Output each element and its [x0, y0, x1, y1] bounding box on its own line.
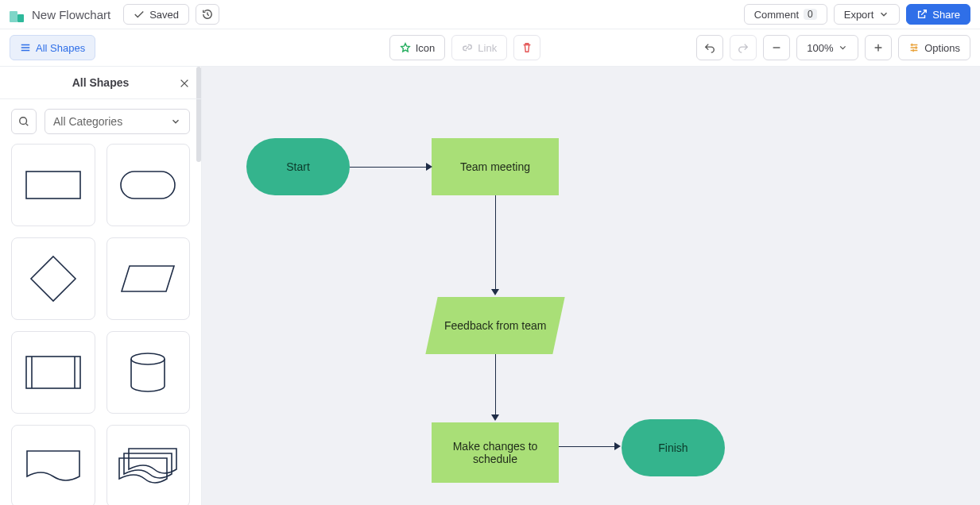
close-icon	[179, 78, 190, 89]
shape-parallelogram[interactable]	[107, 237, 191, 320]
node-feedback-label: Feedback from team	[444, 319, 546, 332]
shape-grid	[0, 144, 201, 505]
shapes-sidebar: All Shapes All Categories	[0, 67, 202, 505]
node-feedback[interactable]: Feedback from team	[425, 297, 564, 354]
undo-button[interactable]	[696, 35, 723, 60]
link-button[interactable]: Link	[451, 35, 507, 60]
plus-icon	[873, 42, 884, 53]
export-label: Export	[844, 9, 874, 21]
shape-diamond[interactable]	[11, 237, 95, 320]
trash-icon	[521, 42, 533, 53]
chevron-down-icon	[878, 9, 889, 20]
node-finish-label: Finish	[658, 441, 688, 454]
check-icon	[134, 9, 145, 20]
shape-multi-document[interactable]	[107, 425, 191, 505]
list-icon	[20, 42, 31, 53]
zoom-level-dropdown[interactable]: 100%	[796, 35, 858, 60]
connector[interactable]	[495, 354, 496, 414]
arrowhead-icon	[491, 414, 499, 421]
comment-button[interactable]: Comment 0	[744, 4, 827, 25]
chevron-down-icon	[838, 42, 848, 53]
arrowhead-icon	[614, 442, 621, 450]
node-start-label: Start	[286, 160, 310, 173]
link-icon	[462, 42, 473, 53]
saved-label: Saved	[149, 9, 179, 21]
star-icon	[400, 42, 411, 53]
category-dropdown-label: All Categories	[53, 115, 122, 128]
sidebar-header: All Shapes	[0, 67, 201, 99]
header-bar: New Flowchart Saved Comment 0 Export Sha…	[0, 0, 980, 29]
sidebar-title: All Shapes	[72, 76, 130, 89]
options-label: Options	[924, 42, 960, 54]
share-icon	[916, 9, 928, 20]
node-make-changes-label: Make changes to schedule	[432, 440, 559, 465]
connector[interactable]	[350, 167, 426, 168]
saved-status: Saved	[123, 4, 189, 25]
category-dropdown[interactable]: All Categories	[45, 109, 190, 134]
undo-icon	[704, 42, 715, 53]
zoom-level-label: 100%	[807, 42, 833, 54]
shape-subroutine[interactable]	[11, 331, 95, 414]
zoom-in-button[interactable]	[865, 35, 892, 60]
toolbar: All Shapes Icon Link 100% Options	[0, 29, 980, 67]
history-icon	[202, 9, 213, 20]
link-label: Link	[478, 42, 497, 54]
share-label: Share	[932, 9, 960, 21]
search-icon	[18, 116, 29, 127]
sliders-icon	[908, 42, 920, 53]
zoom-out-button[interactable]	[763, 35, 790, 60]
node-start[interactable]: Start	[246, 138, 350, 195]
shape-document[interactable]	[11, 425, 95, 505]
icon-insert-label: Icon	[416, 42, 436, 54]
svg-point-6	[131, 353, 165, 364]
svg-rect-3	[26, 357, 80, 388]
shape-rectangle[interactable]	[11, 144, 95, 226]
svg-rect-1	[26, 172, 80, 199]
app-logo-icon	[10, 6, 25, 22]
sidebar-controls: All Categories	[0, 99, 201, 144]
connector[interactable]	[559, 446, 614, 447]
share-button[interactable]: Share	[906, 4, 970, 25]
arrowhead-icon	[491, 289, 499, 295]
redo-button[interactable]	[730, 35, 757, 60]
comment-label: Comment	[754, 9, 799, 21]
chevron-down-icon	[170, 116, 181, 127]
redo-icon	[738, 42, 749, 53]
options-button[interactable]: Options	[898, 35, 970, 60]
workspace: All Shapes All Categories	[0, 67, 980, 505]
svg-point-0	[20, 117, 27, 124]
shape-rounded-rectangle[interactable]	[107, 144, 191, 226]
canvas[interactable]: Start Team meeting Feedback from team Ma…	[202, 67, 980, 505]
node-make-changes[interactable]: Make changes to schedule	[432, 422, 559, 483]
node-team-meeting[interactable]: Team meeting	[432, 138, 559, 195]
close-sidebar-button[interactable]	[176, 75, 193, 92]
icon-insert-button[interactable]: Icon	[389, 35, 446, 60]
node-team-meeting-label: Team meeting	[460, 160, 530, 173]
all-shapes-toggle[interactable]: All Shapes	[10, 35, 95, 60]
comment-count-badge: 0	[804, 9, 817, 20]
minus-icon	[771, 42, 782, 53]
all-shapes-label: All Shapes	[36, 42, 85, 54]
export-button[interactable]: Export	[834, 4, 901, 25]
delete-button[interactable]	[513, 35, 540, 60]
history-button[interactable]	[196, 4, 219, 25]
search-shapes-button[interactable]	[11, 109, 37, 134]
arrowhead-icon	[426, 163, 432, 171]
node-finish[interactable]: Finish	[622, 419, 725, 476]
shape-cylinder[interactable]	[107, 331, 191, 414]
svg-rect-2	[121, 172, 175, 199]
document-title[interactable]: New Flowchart	[32, 8, 110, 21]
connector[interactable]	[495, 195, 496, 289]
